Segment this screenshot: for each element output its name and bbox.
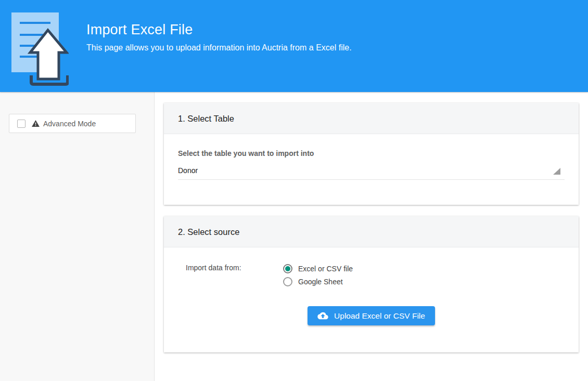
advanced-mode-checkbox[interactable]: [17, 120, 25, 128]
page-subtitle: This page allows you to upload informati…: [86, 43, 352, 52]
main-content: 1. Select Table Select the table you wan…: [155, 92, 588, 381]
select-source-card: 2. Select source Import data from: Excel…: [164, 216, 579, 352]
radio-option-excel-csv[interactable]: Excel or CSV file: [283, 262, 353, 275]
select-source-heading: 2. Select source: [164, 216, 579, 247]
upload-button-label: Upload Excel or CSV File: [334, 311, 425, 321]
header-text: Import Excel File This page allows you t…: [86, 22, 352, 52]
import-source-row: Import data from: Excel or CSV file Goog…: [178, 262, 565, 288]
warning-triangle-icon: [32, 120, 40, 127]
radio-unselected-icon[interactable]: [283, 277, 292, 286]
radio-selected-icon[interactable]: [283, 264, 292, 273]
radio-option-label: Excel or CSV file: [298, 265, 353, 273]
advanced-mode-label: Advanced Mode: [43, 120, 96, 128]
advanced-mode-toggle[interactable]: Advanced Mode: [9, 114, 136, 133]
source-field-label: Import data from:: [186, 262, 283, 288]
page-header: Import Excel File This page allows you t…: [0, 0, 588, 92]
cloud-upload-icon: [317, 311, 328, 320]
content-area: Advanced Mode 1. Select Table Select the…: [0, 92, 588, 381]
radio-option-google-sheet[interactable]: Google Sheet: [283, 275, 353, 288]
document-upload-icon: [11, 12, 69, 88]
corner-triangle-icon: [553, 168, 560, 175]
page-title: Import Excel File: [86, 22, 352, 38]
upload-button[interactable]: Upload Excel or CSV File: [308, 306, 435, 325]
select-table-body: Select the table you want to import into…: [164, 134, 579, 205]
sidebar: Advanced Mode: [0, 92, 155, 381]
select-table-card: 1. Select Table Select the table you wan…: [164, 103, 579, 205]
table-select-value: Donor: [178, 166, 198, 175]
page: Import Excel File This page allows you t…: [0, 0, 588, 381]
select-table-heading: 1. Select Table: [164, 103, 579, 134]
radio-option-label: Google Sheet: [298, 278, 343, 286]
upload-button-row: Upload Excel or CSV File: [178, 306, 565, 325]
table-field-label: Select the table you want to import into: [178, 149, 565, 157]
table-select-dropdown[interactable]: Donor: [178, 166, 565, 180]
source-radio-group: Excel or CSV file Google Sheet: [283, 262, 353, 288]
select-source-body: Import data from: Excel or CSV file Goog…: [164, 247, 579, 352]
